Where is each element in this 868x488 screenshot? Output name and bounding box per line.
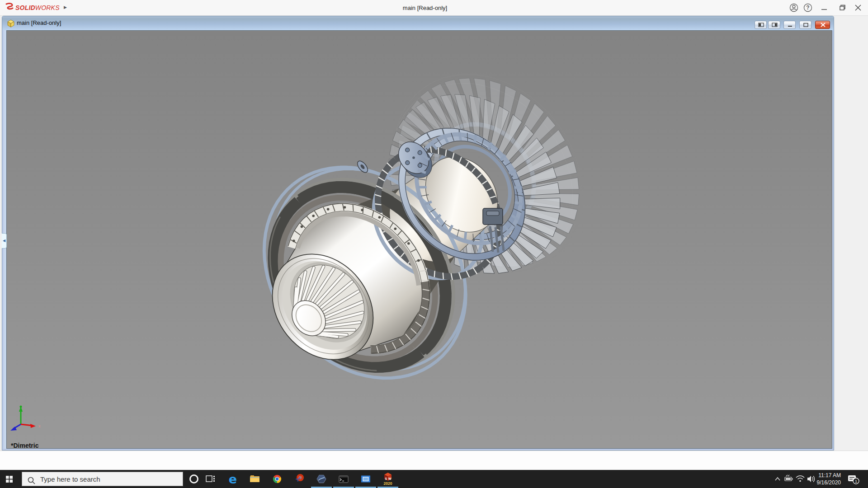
svg-text:1: 1 — [855, 479, 857, 483]
task-view-button[interactable] — [200, 470, 222, 488]
chrome-icon[interactable] — [266, 470, 288, 488]
tray-expand-chevron[interactable] — [771, 470, 784, 488]
svg-text:W: W — [388, 477, 392, 480]
edge-letter-glyph: e — [229, 472, 237, 486]
svg-text:?: ? — [806, 5, 809, 11]
photos-icon[interactable] — [355, 470, 377, 488]
svg-text:S: S — [385, 477, 387, 480]
minimize-button[interactable] — [818, 2, 830, 13]
search-icon — [27, 476, 37, 486]
taskbar-search-box[interactable]: Type here to search — [22, 472, 183, 486]
screen-recorder-icon[interactable]: ✂ — [288, 470, 310, 488]
document-title: main [Read-only] — [17, 16, 61, 30]
notification-icon[interactable]: 1 — [844, 470, 864, 488]
taskbar: Type here to search e ✂ — [0, 470, 868, 488]
graphics-viewport[interactable]: x *Dimetric ◀ — [6, 30, 832, 449]
status-bar — [0, 450, 868, 470]
help-icon[interactable]: ? — [802, 2, 814, 13]
scissors-glyph: ✂ — [294, 474, 304, 484]
clock-date: 9/16/2020 — [813, 479, 841, 486]
app-title-bar: SOLIDWORKS ▶ main [Read-only] ? — [0, 0, 868, 16]
svg-text:x: x — [38, 424, 41, 428]
view-orientation-label: *Dimetric — [11, 442, 38, 449]
doc-minimize-button[interactable] — [783, 21, 796, 29]
document-title-bar: main [Read-only] — [2, 16, 834, 30]
restore-button[interactable] — [836, 2, 848, 13]
collapsed-panel-tab[interactable]: ◀ — [2, 233, 7, 249]
close-button[interactable] — [852, 2, 864, 13]
app-window-title: main [Read-only] — [0, 0, 850, 16]
battery-icon[interactable] — [783, 470, 795, 488]
solidworks-taskbar-icon[interactable]: S W 2020 — [377, 470, 399, 488]
terminal-icon[interactable] — [333, 470, 354, 488]
part-document-icon — [7, 19, 15, 28]
account-icon[interactable] — [788, 2, 800, 13]
wifi-icon[interactable] — [795, 470, 806, 488]
doc-restore-button[interactable] — [799, 21, 811, 29]
orientation-triad: x — [6, 403, 47, 436]
pane-left-button[interactable] — [755, 21, 767, 29]
edge-icon[interactable]: e — [222, 470, 244, 488]
edrawings-icon[interactable] — [311, 470, 332, 488]
tray-clock[interactable]: 11:17 AM 9/16/2020 — [813, 472, 841, 486]
svg-text:2020: 2020 — [384, 481, 392, 486]
file-explorer-icon[interactable] — [244, 470, 266, 488]
pane-right-button[interactable] — [768, 21, 780, 29]
clock-time: 11:17 AM — [813, 472, 841, 479]
search-placeholder: Type here to search — [40, 472, 100, 486]
document-window: main [Read-only] — [2, 16, 834, 450]
engine-3d-model — [7, 31, 833, 449]
start-button[interactable] — [0, 470, 22, 488]
doc-close-button[interactable] — [815, 21, 830, 29]
